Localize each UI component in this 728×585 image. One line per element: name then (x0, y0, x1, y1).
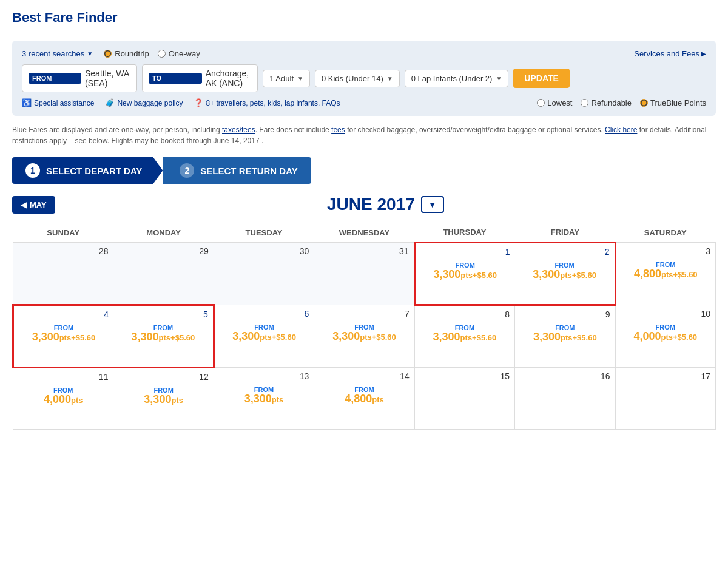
calendar-cell[interactable]: 9FROM 3,300pts+$5.60 (515, 305, 615, 368)
fare-cash: +$5.60 (71, 333, 95, 342)
fare-points: 3,300pts (433, 268, 473, 280)
fare-points: 4,800pts (634, 268, 673, 280)
calendar-cell[interactable]: 11FROM 4,000pts (13, 368, 113, 430)
lowest-fare-radio[interactable]: Lowest (537, 98, 572, 107)
calendar-cell[interactable]: 13FROM 3,300pts (214, 368, 314, 430)
calendar-cell[interactable]: 6FROM 3,300pts+$5.60 (214, 305, 314, 368)
roundtrip-radio[interactable]: Roundtrip (104, 49, 149, 58)
fare-cash: +$5.60 (572, 271, 596, 280)
fare-points: 3,300pts (32, 331, 72, 343)
calendar-cell[interactable]: 1FROM 3,300pts+$5.60 (414, 243, 514, 305)
faq-link[interactable]: ❓ 8+ travellers, pets, kids, lap infants… (194, 98, 340, 107)
fare-points: 3,300pts (332, 330, 372, 342)
adult-passengers-dropdown[interactable]: 1 Adult ▼ (263, 70, 310, 87)
day-sunday: SUNDAY (13, 223, 113, 243)
fare-points: 3,300pts (433, 331, 473, 343)
arrow-right-icon: ▶ (701, 50, 706, 57)
step-1-depart[interactable]: 1 SELECT DEPART DAY (12, 157, 163, 184)
day-saturday: SATURDAY (615, 223, 715, 243)
month-title: JUNE 2017 ▼ (55, 195, 716, 214)
prev-month-button[interactable]: ◀ MAY (12, 196, 55, 214)
calendar-cell[interactable]: 14FROM 4,800pts (314, 368, 414, 430)
fare-points: 3,300pts (533, 331, 573, 343)
fare-points: 4,000pts (44, 393, 83, 405)
fare-points: 3,300pts (232, 330, 272, 342)
fare-points: 3,300pts (533, 268, 572, 280)
trip-type-group: Roundtrip One-way (104, 49, 200, 58)
step-header: 1 SELECT DEPART DAY 2 SELECT RETURN DAY (12, 157, 716, 184)
calendar-cell[interactable]: 31 (314, 243, 414, 305)
infants-passengers-dropdown[interactable]: 0 Lap Infants (Under 2) ▼ (405, 70, 509, 87)
calendar-cell[interactable]: 10FROM 4,000pts+$5.60 (615, 305, 715, 368)
calendar-cell[interactable]: 12FROM 3,300pts (113, 368, 214, 430)
arrow-left-icon: ◀ (21, 200, 27, 209)
search-bar-section: 3 recent searches ▼ Roundtrip One-way Se… (12, 41, 716, 116)
question-icon: ❓ (194, 98, 203, 107)
fare-cash: +$5.60 (372, 333, 396, 342)
fare-cash: +$5.60 (170, 333, 195, 342)
fare-points: 3,300pts (132, 331, 171, 343)
chevron-down-icon: ▼ (297, 75, 303, 82)
wheelchair-icon: ♿ (22, 98, 32, 107)
calendar-cell[interactable]: 7FROM 3,300pts+$5.60 (314, 305, 414, 368)
step-2-number: 2 (180, 163, 194, 178)
calendar-cell[interactable]: 30 (214, 243, 314, 305)
calendar-cell[interactable]: 8FROM 3,300pts+$5.60 (414, 305, 514, 368)
fare-type-group: Lowest Refundable TrueBlue Points (537, 98, 706, 107)
disclaimer-text: Blue Fares are displayed and are one-way… (12, 124, 716, 146)
calendar-cell[interactable]: 28 (13, 243, 113, 305)
fare-cash: +$5.60 (673, 270, 697, 279)
fare-points: 4,800pts (345, 393, 384, 405)
day-wednesday: WEDNESDAY (314, 223, 414, 243)
calendar-cell[interactable]: 2FROM 3,300pts+$5.60 (515, 243, 615, 305)
destination-input[interactable]: TO Anchorage, AK (ANC) (142, 64, 258, 92)
chevron-down-icon: ▼ (428, 200, 437, 209)
fare-points: 4,000pts (633, 330, 673, 342)
taxes-fees-link[interactable]: taxes/fees (222, 126, 255, 134)
step-1-number: 1 (25, 163, 40, 178)
calendar-cell[interactable]: 17 (615, 368, 715, 430)
calendar-cell[interactable]: 29 (113, 243, 214, 305)
calendar-wrapper: SUNDAY MONDAY TUESDAY WEDNESDAY THURSDAY… (12, 223, 716, 430)
special-assistance-link[interactable]: ♿ Special assistance (22, 98, 94, 107)
calendar-cell[interactable]: 3FROM 4,800pts+$5.60 (615, 243, 715, 305)
kids-passengers-dropdown[interactable]: 0 Kids (Under 14) ▼ (315, 70, 400, 87)
day-tuesday: TUESDAY (214, 223, 314, 243)
trueblue-fare-radio[interactable]: TrueBlue Points (640, 98, 706, 107)
page-title: Best Fare Finder (12, 10, 716, 33)
services-fees-link[interactable]: Services and Fees ▶ (634, 49, 706, 58)
fare-cash: +$5.60 (472, 333, 496, 342)
fare-cash: +$5.60 (573, 333, 597, 342)
day-thursday: THURSDAY (414, 223, 514, 243)
details-link[interactable]: Click here (605, 126, 637, 134)
day-monday: MONDAY (113, 223, 214, 243)
baggage-icon: 🧳 (105, 98, 115, 107)
recent-searches-button[interactable]: 3 recent searches ▼ (22, 49, 93, 58)
to-badge: TO (149, 73, 202, 84)
calendar-cell[interactable]: 5FROM 3,300pts+$5.60 (113, 305, 214, 368)
oneway-radio[interactable]: One-way (158, 49, 200, 58)
calendar-cell[interactable]: 15 (414, 368, 514, 430)
fare-points: 3,300pts (244, 393, 284, 405)
baggage-policy-link[interactable]: 🧳 New baggage policy (105, 98, 183, 107)
fees-link[interactable]: fees (331, 126, 345, 134)
refundable-fare-radio[interactable]: Refundable (581, 98, 632, 107)
fare-calendar: SUNDAY MONDAY TUESDAY WEDNESDAY THURSDAY… (12, 223, 716, 430)
from-badge: FROM (29, 73, 81, 84)
fare-cash: +$5.60 (272, 333, 296, 342)
day-friday: FRIDAY (515, 223, 615, 243)
origin-input[interactable]: FROM Seattle, WA (SEA) (22, 64, 137, 92)
chevron-down-icon: ▼ (387, 75, 393, 82)
calendar-cell[interactable]: 4FROM 3,300pts+$5.60 (13, 305, 113, 368)
step-2-return[interactable]: 2 SELECT RETURN DAY (163, 157, 311, 184)
chevron-down-icon: ▼ (87, 50, 93, 57)
chevron-down-icon: ▼ (496, 75, 502, 82)
calendar-navigation: ◀ MAY JUNE 2017 ▼ (12, 195, 716, 214)
update-button[interactable]: UPDATE (513, 69, 570, 88)
fare-cash: +$5.60 (473, 271, 497, 280)
fare-points: 3,300pts (144, 393, 183, 405)
month-dropdown-button[interactable]: ▼ (421, 196, 444, 213)
calendar-cell[interactable]: 16 (515, 368, 615, 430)
fare-cash: +$5.60 (673, 333, 697, 342)
